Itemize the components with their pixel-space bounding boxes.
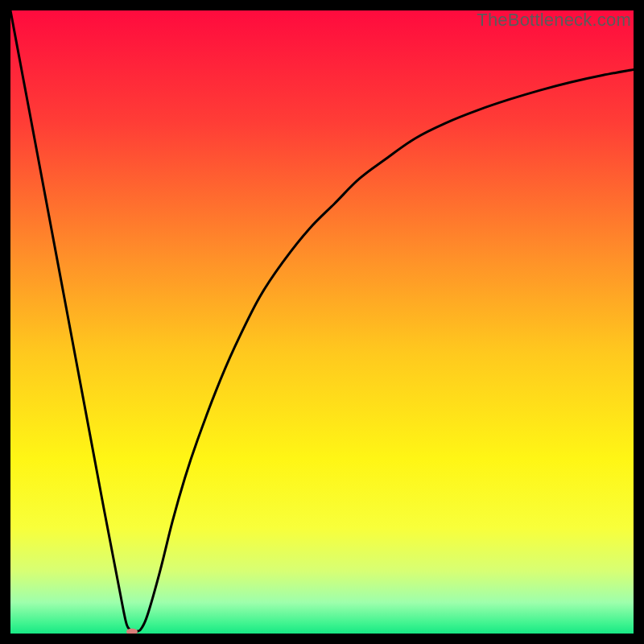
chart-frame: TheBottleneck.com [10,10,634,634]
gradient-background [10,10,634,634]
bottleneck-chart [10,10,634,634]
